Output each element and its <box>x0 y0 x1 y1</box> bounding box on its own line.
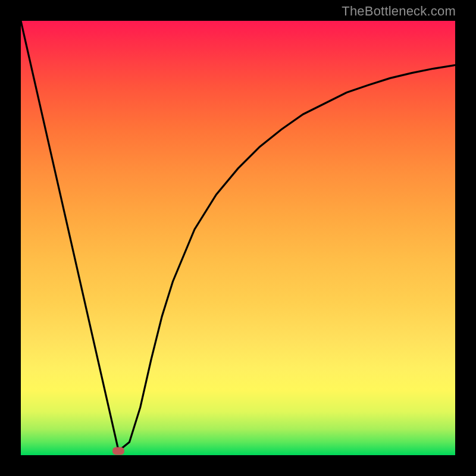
curve-svg <box>21 21 455 455</box>
watermark-text: TheBottleneck.com <box>342 4 456 19</box>
plot-area <box>21 21 455 455</box>
chart-frame: TheBottleneck.com <box>0 0 476 476</box>
bottleneck-curve <box>21 21 455 451</box>
optimal-point-marker <box>112 447 124 455</box>
